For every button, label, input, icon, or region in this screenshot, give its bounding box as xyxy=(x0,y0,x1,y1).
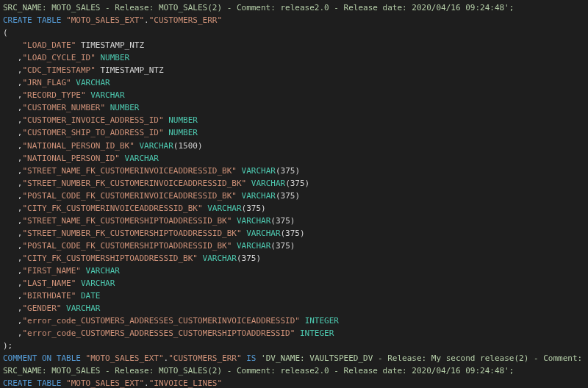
column-name: "FIRST_NAME" xyxy=(23,266,81,276)
indent: , xyxy=(3,279,23,288)
data-type: VARCHAR xyxy=(237,241,270,251)
create-table-stmt: CREATE TABLE "MOTO_SALES_EXT"."INVOICE_L… xyxy=(3,377,585,388)
column-def: ,"NATIONAL_PERSON_ID_BK" VARCHAR(1500) xyxy=(3,140,585,152)
dot: . xyxy=(144,15,149,25)
data-type: VARCHAR xyxy=(66,303,100,313)
indent: , xyxy=(3,115,23,125)
open-paren: ( xyxy=(3,26,585,39)
data-type: VARCHAR xyxy=(203,254,237,263)
column-name: "POSTAL_CODE_FK_CUSTOMERINVOICEADDRESSID… xyxy=(23,191,237,201)
column-def: ,"CUSTOMER_INVOICE_ADDRESS_ID" NUMBER xyxy=(3,114,585,126)
indent: , xyxy=(3,266,23,276)
schema-name: "MOTO_SALES_EXT" xyxy=(86,353,164,363)
column-def: ,"CITY_FK_CUSTOMERSHIPTOADDRESSID_BK" VA… xyxy=(3,252,585,265)
data-type: VARCHAR xyxy=(251,179,285,188)
indent: , xyxy=(3,78,23,87)
column-def: ,"error_code_CUSTOMERS_ADDRESSES_CUSTOME… xyxy=(3,315,585,327)
indent: , xyxy=(3,53,23,62)
data-type: VARCHAR xyxy=(207,204,241,213)
indent: , xyxy=(3,328,23,338)
schema-name: "MOTO_SALES_EXT" xyxy=(66,15,144,25)
data-type: INTEGER xyxy=(300,328,334,338)
data-type: DATE xyxy=(81,291,101,301)
column-def: ,"GENDER" VARCHAR xyxy=(3,302,585,315)
string-literal: 'DV_NAME: VAULTSPEED_DV - Release: My se… xyxy=(261,353,588,363)
code-line: SRC_NAME: MOTO_SALES - Release: MOTO_SAL… xyxy=(3,1,585,14)
type-arg: (1500) xyxy=(173,141,203,151)
column-def: ,"STREET_NAME_FK_CUSTOMERINVOICEADDRESSI… xyxy=(3,165,585,177)
column-def: ,"CUSTOMER_SHIP_TO_ADDRESS_ID" NUMBER xyxy=(3,126,585,139)
column-name: "STREET_NAME_FK_CUSTOMERSHIPTOADDRESSID_… xyxy=(23,216,232,226)
string-literal-fragment: SRC_NAME: MOTO_SALES - Release: MOTO_SAL… xyxy=(3,3,514,12)
code-line: SRC_NAME: MOTO_SALES - Release: MOTO_SAL… xyxy=(3,364,585,377)
column-name: "NATIONAL_PERSON_ID_BK" xyxy=(23,141,135,151)
column-def: ,"STREET_NUMBER_FK_CUSTOMERSHIPTOADDRESS… xyxy=(3,227,585,240)
close-paren: ); xyxy=(3,340,585,352)
indent: , xyxy=(3,303,23,313)
column-def: "LOAD_DATE" TIMESTAMP_NTZ xyxy=(3,39,585,51)
create-table-stmt: CREATE TABLE "MOTO_SALES_EXT"."CUSTOMERS… xyxy=(3,14,585,26)
table-name: "CUSTOMERS_ERR" xyxy=(168,353,241,363)
column-name: "JRN_FLAG" xyxy=(23,78,71,87)
column-def: ,"POSTAL_CODE_FK_CUSTOMERSHIPTOADDRESSID… xyxy=(3,240,585,252)
type-arg: (375) xyxy=(285,179,309,188)
column-def: ,"BIRTHDATE" DATE xyxy=(3,290,585,302)
column-name: "error_code_CUSTOMERS_ADDRESSES_CUSTOMER… xyxy=(23,316,301,326)
type-arg: (375) xyxy=(276,166,300,176)
schema-name: "MOTO_SALES_EXT" xyxy=(66,378,144,388)
column-name: "CDC_TIMESTAMP" xyxy=(23,65,96,75)
data-type: TIMESTAMP_NTZ xyxy=(100,65,163,75)
column-name: "NATIONAL_PERSON_ID" xyxy=(23,154,120,163)
type-arg: (375) xyxy=(242,204,266,213)
sql-editor[interactable]: SRC_NAME: MOTO_SALES - Release: MOTO_SAL… xyxy=(0,0,588,388)
dot: . xyxy=(144,378,149,388)
column-def: ,"JRN_FLAG" VARCHAR xyxy=(3,76,585,89)
column-name: "POSTAL_CODE_FK_CUSTOMERSHIPTOADDRESSID_… xyxy=(23,241,232,251)
column-def: ,"LOAD_CYCLE_ID" NUMBER xyxy=(3,51,585,64)
data-type: VARCHAR xyxy=(86,266,120,276)
column-name: "LAST_NAME" xyxy=(23,279,76,288)
indent: , xyxy=(3,166,23,176)
indent: , xyxy=(3,291,23,301)
column-def: ,"STREET_NAME_FK_CUSTOMERSHIPTOADDRESSID… xyxy=(3,215,585,227)
data-type: VARCHAR xyxy=(76,78,110,87)
indent: , xyxy=(3,241,23,251)
table-name: "INVOICE_LINES" xyxy=(149,378,222,388)
column-name: "CUSTOMER_INVOICE_ADDRESS_ID" xyxy=(23,115,164,125)
data-type: NUMBER xyxy=(100,53,129,62)
column-def: ,"NATIONAL_PERSON_ID" VARCHAR xyxy=(3,152,585,165)
indent: , xyxy=(3,141,23,151)
type-arg: (375) xyxy=(270,216,295,226)
column-name: "GENDER" xyxy=(23,303,62,313)
indent: , xyxy=(3,90,23,100)
column-def: ,"CDC_TIMESTAMP" TIMESTAMP_NTZ xyxy=(3,64,585,76)
column-def: ,"STREET_NUMBER_FK_CUSTOMERINVOICEADDRES… xyxy=(3,177,585,190)
column-def: ,"CITY_FK_CUSTOMERINVOICEADDRESSID_BK" V… xyxy=(3,202,585,215)
data-type: VARCHAR xyxy=(246,229,280,238)
type-arg: (375) xyxy=(281,229,305,238)
column-def: ,"error_code_CUSTOMERS_ADDRESSES_CUSTOME… xyxy=(3,327,585,340)
data-type: VARCHAR xyxy=(90,90,124,100)
data-type: NUMBER xyxy=(110,103,140,112)
type-arg: (375) xyxy=(276,191,300,201)
type-arg: (375) xyxy=(237,254,261,263)
column-def: ,"RECORD_TYPE" VARCHAR xyxy=(3,89,585,101)
column-name: "CUSTOMER_SHIP_TO_ADDRESS_ID" xyxy=(23,128,164,137)
indent: , xyxy=(3,179,23,188)
column-name: "error_code_CUSTOMERS_ADDRESSES_CUSTOMER… xyxy=(23,328,295,338)
column-def: ,"LAST_NAME" VARCHAR xyxy=(3,277,585,290)
data-type: INTEGER xyxy=(305,316,339,326)
indent: , xyxy=(3,216,23,226)
comment-on-table-stmt: COMMENT ON TABLE "MOTO_SALES_EXT"."CUSTO… xyxy=(3,352,585,364)
indent xyxy=(3,40,23,50)
indent: , xyxy=(3,316,23,326)
string-literal-fragment: SRC_NAME: MOTO_SALES - Release: MOTO_SAL… xyxy=(3,366,514,376)
column-name: "CITY_FK_CUSTOMERSHIPTOADDRESSID_BK" xyxy=(23,254,198,263)
table-name: "CUSTOMERS_ERR" xyxy=(149,15,222,25)
data-type: TIMESTAMP_NTZ xyxy=(81,40,144,50)
indent: , xyxy=(3,204,23,213)
keyword-create-table: CREATE TABLE xyxy=(3,15,66,25)
column-name: "RECORD_TYPE" xyxy=(23,90,86,100)
indent: , xyxy=(3,229,23,238)
keyword-create-table: CREATE TABLE xyxy=(3,378,66,388)
